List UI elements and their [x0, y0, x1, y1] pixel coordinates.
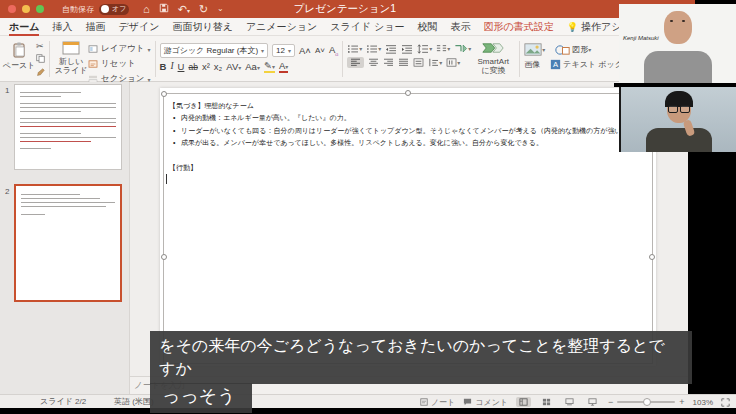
font-name-select[interactable]: 游ゴシック Regular (本文)▾ [160, 43, 269, 58]
autosave-toggle[interactable]: オフ [99, 4, 129, 15]
slide-sorter-view-button[interactable] [539, 397, 554, 407]
zoom-in-button[interactable]: + [679, 398, 684, 407]
selected-text-box[interactable]: 【気づき】理想的なチーム 内発的動機：エネルギー量が高い。『したい』の力。 リー… [163, 93, 653, 364]
fit-slide-to-window-icon[interactable] [721, 398, 730, 407]
increase-font-icon[interactable]: A˄ [299, 46, 311, 56]
italic-button[interactable]: I [170, 62, 173, 72]
participant-2-body [646, 128, 712, 152]
strikethrough-button[interactable]: ab [188, 63, 197, 72]
zoom-slider-knob[interactable] [643, 398, 651, 406]
tab-view[interactable]: 表示 [450, 18, 470, 36]
bullets-icon[interactable]: ▾ [347, 44, 362, 54]
text-cursor [166, 174, 167, 184]
smartart-button[interactable]: SmartArtに変換 [471, 40, 515, 75]
decrease-font-icon[interactable]: A˅ [315, 47, 325, 55]
caption-line-1: をその来年の今ごろどうなっておきたいのかってことを整理するとで [159, 334, 683, 357]
rotate-text-icon[interactable]: ▾ [446, 58, 460, 67]
notes-toggle[interactable]: ノート [420, 397, 455, 408]
resize-handle-middle-right[interactable] [649, 254, 655, 260]
tab-shape-format[interactable]: 図形の書式設定 [483, 18, 553, 36]
slide-thumbnail-panel: 1 2 [0, 82, 130, 394]
clear-format-icon[interactable]: Aꭥ [329, 45, 338, 57]
bold-button[interactable]: B [160, 62, 167, 72]
align-right-icon[interactable] [383, 58, 394, 67]
reset-icon [88, 60, 98, 68]
tab-draw[interactable]: 描画 [85, 18, 105, 36]
save-icon[interactable] [159, 3, 169, 15]
slideshow-view-button[interactable] [585, 397, 600, 407]
video-feed-participant-1[interactable]: Kenji Matsuki [619, 4, 736, 83]
underline-button[interactable]: U [178, 62, 185, 72]
highlight-color-button[interactable]: ✎▾ [264, 61, 275, 73]
slide-thumbnail-2[interactable] [14, 184, 122, 302]
new-slide-button[interactable]: 新しいスライド [54, 40, 88, 75]
notes-icon [420, 398, 428, 406]
decrease-indent-icon[interactable] [385, 44, 397, 54]
slide-editing-area[interactable]: 【気づき】理想的なチーム 内発的動機：エネルギー量が高い。『したい』の力。 リー… [160, 88, 656, 366]
image-icon[interactable]: ▾ [524, 43, 545, 56]
reset-button[interactable]: リセット [88, 58, 151, 70]
layout-button[interactable]: レイアウト▾ [88, 43, 151, 55]
slide-thumbnail-1[interactable] [14, 84, 122, 170]
tab-review[interactable]: 校閲 [417, 18, 437, 36]
zoom-out-button[interactable]: − [608, 398, 613, 407]
justify-icon[interactable] [398, 58, 409, 67]
align-text-vertical-icon[interactable]: ▾ [428, 58, 442, 67]
font-size-select[interactable]: 12▾ [272, 44, 295, 57]
copy-icon[interactable] [36, 54, 45, 65]
numbering-icon[interactable]: ▾ [366, 44, 381, 54]
tab-animations[interactable]: アニメーション [246, 18, 317, 36]
zoom-window-button[interactable] [36, 5, 44, 13]
paste-button[interactable]: ペースト [2, 40, 36, 70]
comments-toggle[interactable]: コメント [463, 397, 508, 408]
zoom-slider[interactable] [617, 401, 675, 403]
video-feed-participant-2[interactable] [619, 87, 736, 152]
tab-design[interactable]: デザイン [118, 18, 159, 36]
text-direction-icon[interactable]: ▾ [454, 43, 471, 54]
increase-indent-icon[interactable] [401, 44, 413, 54]
line-spacing-icon[interactable]: ▾ [417, 44, 432, 54]
close-window-button[interactable] [8, 5, 16, 13]
zoom-percentage[interactable]: 103% [693, 398, 713, 407]
caption-line-2: すか [159, 357, 683, 380]
undo-icon[interactable]: ↶▾ [178, 4, 190, 15]
cut-icon[interactable]: ✂ [36, 42, 45, 51]
live-caption-block: をその来年の今ごろどうなっておきたいのかってことを整理するとで すか [150, 331, 692, 384]
subscript-button[interactable]: x₂ [214, 62, 222, 72]
distribute-icon[interactable] [413, 58, 424, 67]
ribbon-separator [49, 41, 50, 77]
normal-view-button[interactable] [516, 397, 531, 407]
tab-transitions[interactable]: 画面切り替え [172, 18, 232, 36]
resize-handle-top-left[interactable] [161, 91, 167, 97]
titlebar-more-icon[interactable]: ⌄ [217, 5, 224, 13]
columns-icon[interactable]: ▾ [436, 44, 450, 54]
rotate-handle[interactable] [405, 90, 411, 96]
toggle-knob-icon [101, 5, 109, 13]
slide-bullet: リーダーがいなくても回る：自分の周りはリーダーが強くてトップダウン型。そうじゃな… [169, 125, 647, 137]
tab-insert[interactable]: 挿入 [52, 18, 72, 36]
font-color-button[interactable]: A▾ [279, 61, 288, 73]
slide-bullet: 成果が出る。メンバーが幸せであってほしい。多様性。リスペクトしあえる。変化に強い… [169, 137, 647, 149]
language-indicator[interactable]: 英語 (米国) [114, 396, 154, 407]
character-spacing-button[interactable]: AV▾ [226, 62, 241, 72]
smartart-icon [482, 41, 504, 55]
change-case-button[interactable]: Aa▾ [245, 62, 260, 72]
shapes-icon[interactable]: 図形▾ [555, 44, 591, 56]
superscript-button[interactable]: x² [202, 62, 210, 72]
minimize-window-button[interactable] [22, 5, 30, 13]
resize-handle-middle-left[interactable] [161, 254, 167, 260]
align-center-icon[interactable] [368, 58, 379, 67]
reading-view-button[interactable] [562, 397, 577, 407]
slide-bullet: 内発的動機：エネルギー量が高い。『したい』の力。 [169, 112, 647, 124]
layout-icon [88, 45, 98, 53]
comment-icon [463, 398, 472, 406]
tab-home[interactable]: ホーム [9, 18, 39, 36]
redo-icon[interactable]: ↻ [199, 4, 208, 15]
tab-slideshow[interactable]: スライド ショー [330, 18, 404, 36]
video-call-screen: 自動保存 オフ ⌂ ↶▾ ↻ ⌄ プレゼンテーション1 ホーム 挿入 描画 [0, 0, 736, 414]
align-left-icon[interactable] [347, 57, 364, 68]
clipboard-group: ペースト ✂ [2, 38, 45, 80]
format-painter-icon[interactable] [36, 68, 45, 79]
home-icon[interactable]: ⌂ [143, 4, 150, 15]
image-label: 画像 [524, 59, 540, 70]
